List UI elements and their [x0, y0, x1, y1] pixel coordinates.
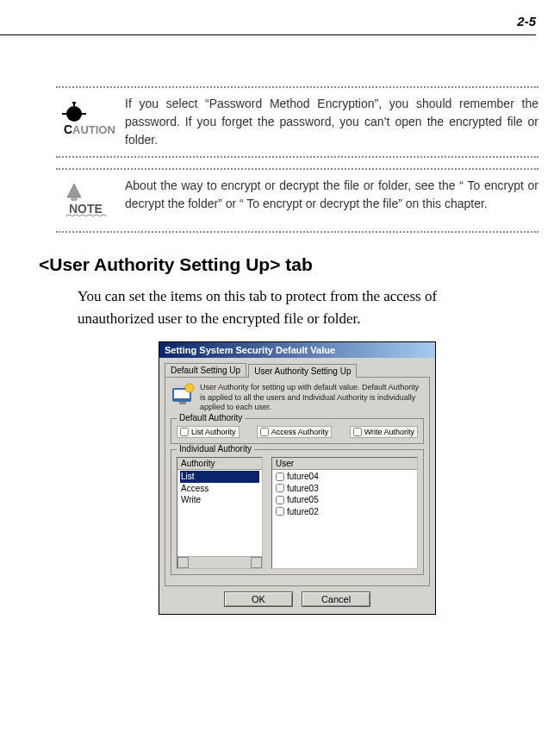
checkbox-input[interactable]: [180, 428, 189, 436]
user-checkbox[interactable]: [276, 507, 284, 516]
list-item[interactable]: List: [180, 471, 259, 483]
authority-listbox[interactable]: Authority List Access Write: [177, 457, 263, 569]
ok-button[interactable]: OK: [224, 591, 293, 607]
svg-point-0: [66, 106, 82, 122]
page-number: 2-5: [517, 14, 536, 28]
svg-rect-1: [62, 113, 66, 115]
tab-default-setting-up[interactable]: Default Setting Up: [165, 363, 246, 377]
checkbox-label: Access Authority: [271, 428, 329, 436]
user-label: future05: [287, 494, 319, 506]
checkbox-label: List Authority: [191, 428, 236, 436]
note-icon: NOTE: [56, 177, 125, 224]
checkbox-input[interactable]: [260, 428, 269, 436]
dialog-info-text: User Authority for setting up with defau…: [200, 383, 424, 413]
user-header: User: [272, 458, 417, 470]
list-item[interactable]: Access: [180, 483, 259, 495]
checkbox-access-authority[interactable]: Access Authority: [257, 426, 333, 438]
caution-icon: C AUTION: [56, 95, 125, 142]
individual-authority-legend: Individual Authority: [177, 444, 254, 454]
svg-point-11: [185, 384, 194, 392]
svg-text:C: C: [64, 122, 72, 136]
user-listbox[interactable]: User future04 future03: [271, 457, 418, 569]
section-heading: <User Authority Setting Up> tab: [39, 254, 538, 275]
caution-callout: C AUTION If you select “Password Method …: [56, 86, 538, 158]
user-checkbox[interactable]: [276, 484, 284, 492]
individual-authority-group: Individual Authority Authority List Acce…: [171, 449, 424, 575]
settings-dialog: Setting System Security Default Value De…: [159, 341, 436, 615]
dialog-title: Setting System Security Default Value: [159, 342, 435, 358]
body-paragraph: You can set the items on this tab to pro…: [78, 285, 504, 329]
list-item[interactable]: future02: [275, 506, 414, 518]
horizontal-scrollbar[interactable]: [177, 556, 262, 568]
svg-rect-2: [82, 113, 86, 115]
svg-point-6: [71, 197, 78, 201]
default-authority-legend: Default Authority: [177, 413, 245, 422]
svg-rect-10: [179, 402, 186, 404]
list-item[interactable]: Write: [180, 494, 259, 506]
list-item[interactable]: future04: [275, 471, 414, 483]
list-item[interactable]: future05: [275, 494, 414, 506]
svg-text:NOTE: NOTE: [69, 202, 103, 216]
user-checkbox[interactable]: [276, 472, 284, 481]
note-text: About the way to encrypt or decrypt the …: [125, 177, 538, 213]
user-label: future04: [287, 471, 319, 483]
checkbox-label: Write Authority: [364, 428, 414, 436]
header-rule: [0, 34, 536, 35]
default-authority-group: Default Authority List Authority Access …: [171, 418, 424, 444]
tab-panel: User Authority for setting up with defau…: [165, 377, 430, 586]
user-label: future02: [287, 506, 319, 518]
tab-user-authority-setting-up[interactable]: User Authority Setting Up: [248, 364, 357, 378]
checkbox-input[interactable]: [353, 428, 362, 436]
user-label: future03: [287, 483, 319, 495]
authority-header: Authority: [177, 458, 262, 470]
checkbox-write-authority[interactable]: Write Authority: [350, 426, 418, 438]
caution-text: If you select “Password Method Encryptio…: [125, 95, 538, 149]
info-icon: [171, 383, 200, 413]
user-checkbox[interactable]: [276, 496, 284, 504]
cancel-button[interactable]: Cancel: [302, 591, 370, 607]
checkbox-list-authority[interactable]: List Authority: [177, 426, 240, 438]
svg-text:AUTION: AUTION: [72, 123, 115, 136]
list-item[interactable]: future03: [275, 483, 414, 495]
note-callout: NOTE About the way to encrypt or decrypt…: [56, 168, 538, 233]
